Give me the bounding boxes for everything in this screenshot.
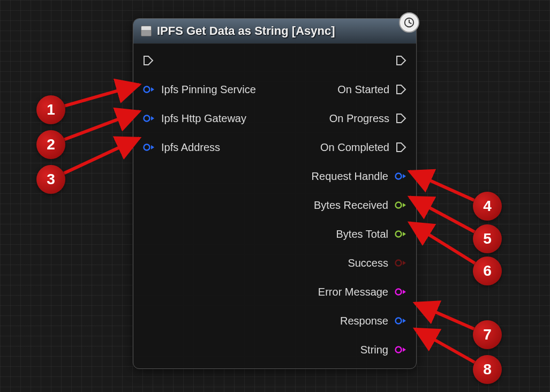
delegate-pin-1[interactable]: On Progress [329,110,406,126]
integer-pin-icon [395,230,406,238]
blueprint-node[interactable]: IPFS Get Data as String [Async] Ipfs Pin… [133,18,417,369]
node-title: IPFS Get Data as String [Async] [157,24,335,38]
output-pin-4[interactable]: Error Message [318,284,406,300]
svg-line-16 [410,223,475,263]
object-pin-icon [143,114,155,123]
pin-label: Ipfs Address [161,141,220,154]
object-pin-icon [395,316,406,325]
pin-label: Response [340,315,388,327]
svg-line-17 [415,303,474,329]
svg-point-7 [396,260,402,266]
node-icon [141,26,152,36]
input-pin-2[interactable]: Ipfs Address [143,139,269,155]
pin-label: Request Handle [312,170,388,183]
output-pin-5[interactable]: Response [340,313,406,329]
delegate-pin-0[interactable]: On Started [337,81,406,97]
callout-badge-1: 1 [36,95,65,124]
pin-label: On Started [337,84,389,96]
pin-label: Ipfs Http Gateway [161,112,246,125]
pin-label: String [360,344,388,356]
delegate-pin-2[interactable]: On Completed [320,139,406,155]
pin-label: On Progress [329,112,389,125]
pin-label: Bytes Total [336,228,388,240]
exec-output-pin[interactable] [389,52,406,69]
string-pin-icon [395,345,406,354]
object-pin-icon [143,143,155,152]
svg-point-1 [144,87,150,93]
integer-pin-icon [395,201,406,209]
svg-point-4 [396,174,402,179]
input-pin-1[interactable]: Ipfs Http Gateway [143,110,269,126]
callout-badge-3: 3 [36,165,65,194]
svg-line-13 [64,138,139,174]
node-body: Ipfs Pinning Service Ipfs Http Gateway I… [133,44,416,368]
exec-input-pin[interactable] [143,52,269,69]
callout-badge-5: 5 [473,224,502,253]
svg-point-3 [144,145,150,150]
svg-point-5 [396,202,402,208]
callout-badge-7: 7 [473,320,502,349]
object-pin-icon [395,172,406,180]
pin-label: Error Message [318,286,388,298]
object-pin-icon [143,85,155,94]
string-pin-icon [395,288,406,296]
outputs-column: On Started On Progress On Completed Requ… [280,52,406,358]
exec-pin-icon [396,113,406,124]
output-pin-0[interactable]: Request Handle [312,168,406,184]
bool-pin-icon [395,259,406,267]
pin-label: On Completed [320,141,389,154]
output-pin-1[interactable]: Bytes Received [314,197,406,213]
output-pin-3[interactable]: Success [348,255,406,271]
inputs-column: Ipfs Pinning Service Ipfs Http Gateway I… [143,52,269,358]
exec-pin-icon [143,55,154,66]
clock-icon [399,12,419,33]
svg-point-10 [396,347,402,353]
pin-label: Success [348,257,388,269]
svg-line-15 [410,197,474,232]
svg-line-11 [65,85,139,106]
callout-badge-4: 4 [473,192,502,221]
exec-pin-icon [396,84,406,95]
node-header[interactable]: IPFS Get Data as String [Async] [133,19,416,44]
callout-badge-2: 2 [36,130,65,159]
exec-pin-icon [396,142,406,153]
pin-label: Bytes Received [314,199,388,212]
svg-line-12 [64,111,139,140]
svg-point-2 [144,116,150,122]
svg-line-18 [415,329,474,363]
svg-point-8 [396,289,402,295]
svg-line-14 [410,171,474,200]
callout-badge-6: 6 [473,257,502,285]
exec-pin-icon [396,55,406,66]
svg-point-6 [396,231,402,237]
callout-badge-8: 8 [473,355,502,384]
output-pin-6[interactable]: String [360,342,406,358]
pin-label: Ipfs Pinning Service [161,84,256,96]
output-pin-2[interactable]: Bytes Total [336,226,406,242]
svg-point-9 [396,318,402,324]
input-pin-0[interactable]: Ipfs Pinning Service [143,81,269,97]
